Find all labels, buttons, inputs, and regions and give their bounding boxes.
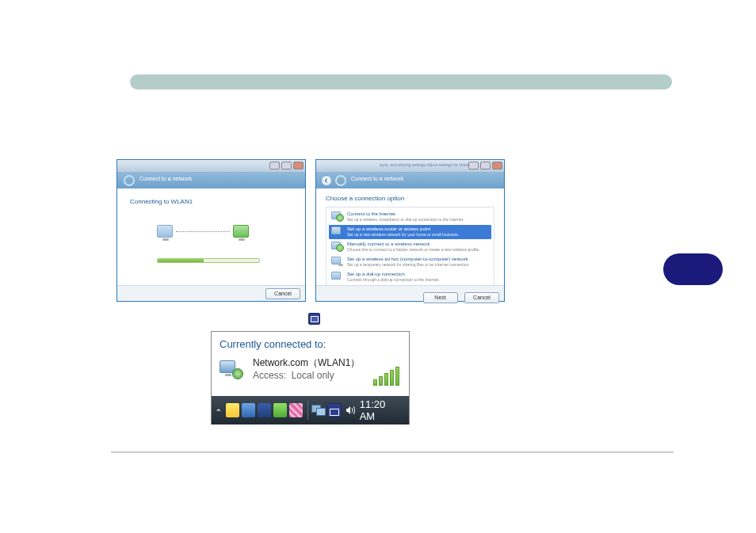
option-desc: Connect through a dial-up connection to … [347, 277, 440, 282]
background-window-text: work, and sharing settings Adjust settin… [380, 162, 475, 167]
option-adhoc[interactable]: Set up a wireless ad hoc (computer-to-co… [329, 255, 491, 269]
tray-separator [307, 401, 309, 420]
dialog-banner-title: Connect to a network [351, 176, 403, 181]
tooltip-title: Currently connected to: [220, 338, 401, 350]
close-button[interactable] [492, 162, 502, 169]
minimize-button[interactable] [468, 162, 479, 169]
choose-heading: Choose a connection option [326, 195, 494, 202]
header-accent-bar [130, 74, 672, 89]
network-tooltip: Currently connected to: Network.com（WLAN… [212, 332, 409, 396]
next-button[interactable]: Next [423, 292, 458, 303]
dialog-footer: Cancel [117, 285, 305, 301]
dialog-banner: Connect to a network [117, 173, 305, 188]
option-desc: Choose this to connect to a hidden netwo… [347, 247, 480, 252]
dialog-choose-connection: work, and sharing settings Adjust settin… [315, 159, 505, 302]
access-label: Access: [253, 370, 286, 381]
tray-app4-icon[interactable] [289, 403, 303, 417]
option-title: Connect to the Internet [347, 211, 464, 217]
tray-shield-icon[interactable] [226, 403, 239, 417]
tray-chevron-icon[interactable] [215, 406, 223, 414]
option-connect-internet[interactable]: Connect to the Internet Set up a wireles… [329, 210, 491, 224]
connection-graphic [157, 225, 249, 238]
signal-strength-icon [373, 367, 399, 386]
tray-network-pcs-icon[interactable] [311, 403, 325, 417]
access-value: Local only [292, 370, 334, 381]
option-manual-wireless[interactable]: Manually connect to a wireless network C… [329, 240, 491, 254]
network-tray-icon[interactable] [308, 313, 320, 325]
maximize-button[interactable] [281, 162, 292, 169]
dialog-footer: Next Cancel [316, 285, 504, 301]
network-target-icon [233, 225, 249, 238]
network-ring-icon [124, 175, 135, 186]
option-setup-router[interactable]: Set up a wireless router or access point… [329, 225, 491, 239]
option-desc: Set up a new wireless network for your h… [347, 232, 459, 237]
network-status-icon [220, 357, 248, 381]
wireless-monitor-icon [331, 242, 341, 249]
tray-app1-icon[interactable] [242, 403, 255, 417]
globe-monitor-icon [331, 211, 341, 219]
adhoc-icon [331, 257, 341, 265]
option-title: Set up a wireless router or access point [347, 227, 459, 232]
access-line: Access: Local only [253, 370, 360, 381]
option-desc: Set up a temporary network for sharing f… [347, 262, 470, 267]
window-titlebar [117, 160, 305, 173]
divider-rule [111, 451, 674, 453]
maximize-button[interactable] [480, 162, 491, 169]
connection-options-list: Connect to the Internet Set up a wireles… [326, 207, 494, 289]
tray-app2-icon[interactable] [258, 403, 271, 417]
option-title: Manually connect to a wireless network [347, 242, 480, 247]
option-desc: Set up a wireless, broadband, or dial-up… [347, 217, 464, 222]
taskbar-clock[interactable]: 11:20 AM [360, 398, 406, 422]
close-button[interactable] [293, 162, 304, 169]
progress-bar [157, 258, 260, 263]
side-page-pill [663, 253, 723, 285]
window-titlebar: work, and sharing settings Adjust settin… [316, 160, 504, 173]
cancel-button[interactable]: Cancel [265, 288, 300, 299]
tray-network-icon[interactable] [327, 403, 341, 417]
network-name: Network.com（WLAN1） [253, 356, 360, 370]
cancel-button[interactable]: Cancel [464, 292, 499, 303]
network-ring-icon [335, 175, 346, 186]
computer-icon [157, 225, 173, 238]
option-title: Set up a dial-up connection [347, 272, 440, 277]
dialog-connecting: Connect to a network Connecting to WLAN1… [116, 159, 306, 302]
option-title: Set up a wireless ad hoc (computer-to-co… [347, 257, 470, 262]
connecting-message: Connecting to WLAN1 [130, 198, 292, 205]
router-icon [331, 227, 341, 234]
taskbar-tooltip-screenshot: Currently connected to: Network.com（WLAN… [211, 331, 410, 424]
dialup-icon [331, 272, 341, 280]
taskbar: 11:20 AM [212, 396, 409, 424]
back-button[interactable] [321, 175, 332, 186]
tray-volume-icon[interactable] [344, 403, 357, 417]
tray-app3-icon[interactable] [273, 403, 287, 417]
dialog-banner-title: Connect to a network [139, 176, 192, 181]
minimize-button[interactable] [269, 162, 280, 169]
link-line-icon [176, 231, 230, 232]
option-dialup[interactable]: Set up a dial-up connection Connect thro… [329, 270, 491, 284]
dialog-banner: Connect to a network [316, 173, 504, 188]
